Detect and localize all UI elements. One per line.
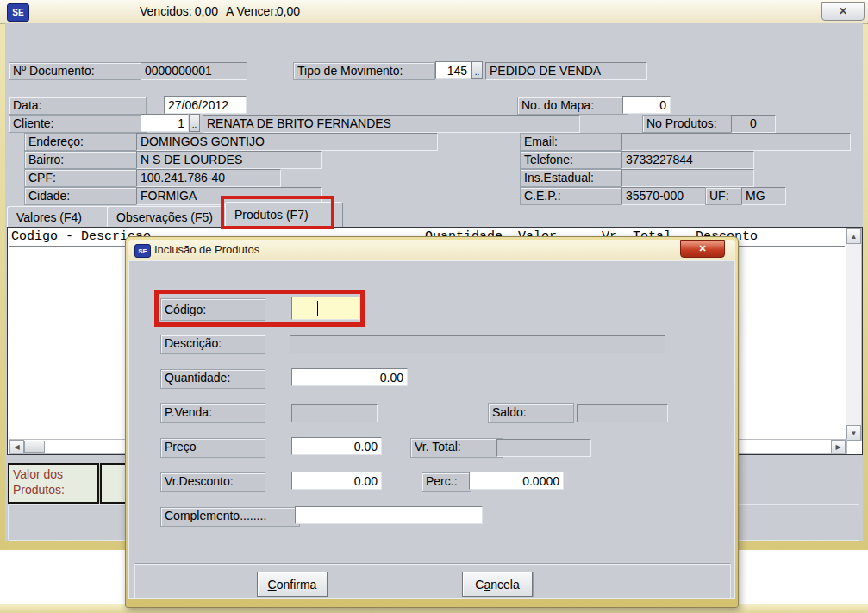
telefone-value: 3733227844 [621, 151, 754, 169]
tab-valores-label: Valores (F4) [16, 210, 82, 224]
scroll-right-button[interactable]: ▶ [831, 440, 846, 453]
cliente-label: Cliente: [9, 115, 147, 133]
main-titlebar: SE Vencidos: 0,00 A Vencer: 0,00 ✕ [0, 0, 868, 24]
horizontal-scroll-thumb[interactable] [24, 441, 45, 453]
perc-input[interactable] [469, 472, 564, 490]
scroll-left-button[interactable]: ◀ [9, 440, 24, 453]
cancel-button[interactable]: Cancela [462, 572, 533, 597]
valor-produtos-label: Valor dos Produtos: [8, 463, 99, 504]
modal-title: Inclusão de Produtos [154, 243, 259, 256]
no-produtos-value: 0 [731, 115, 776, 133]
screen: SE Vencidos: 0,00 A Vencer: 0,00 ✕ Nº Do… [0, 0, 868, 613]
mapa-input[interactable] [622, 96, 671, 114]
a-vencer-value: 0,00 [267, 4, 300, 18]
preco-label: Preço [160, 438, 265, 458]
scroll-down-button[interactable]: ▼ [846, 425, 861, 441]
email-value [621, 133, 851, 151]
p-venda-label: P.Venda: [160, 403, 265, 423]
confirm-rest: onfirma [277, 578, 317, 591]
complemento-label: Complemento........ [160, 507, 300, 527]
saldo-label: Saldo: [488, 403, 574, 423]
cliente-code-input[interactable] [141, 114, 189, 132]
confirm-button-label: Confirma [268, 578, 317, 591]
app-logo-icon: SE [7, 3, 29, 22]
documento-label: Nº Documento: [9, 62, 147, 80]
ins-estadual-value [621, 169, 754, 187]
vencidos-value: 0,00 [185, 4, 218, 18]
scroll-up-button[interactable]: ▲ [846, 228, 861, 244]
descricao-value [290, 335, 665, 353]
bairro-label: Bairro: [24, 151, 143, 169]
saldo-value [577, 404, 668, 422]
mapa-label: No. do Mapa: [517, 97, 628, 115]
modal-button-panel [134, 563, 731, 599]
cpf-label: CPF: [24, 169, 143, 187]
uf-label: UF: [705, 187, 746, 205]
endereco-value: DOMINGOS GONTIJO [136, 133, 438, 151]
annotation-codigo-field [154, 290, 365, 327]
bairro-value: N S DE LOURDES [136, 151, 322, 169]
modal-close-button[interactable]: ✕ [680, 240, 725, 258]
vr-desconto-label: Vr.Desconto: [160, 472, 265, 492]
cancel-pre: C [475, 578, 484, 591]
uf-value: MG [741, 187, 786, 205]
tipo-movimento-label: Tipo de Movimento: [293, 62, 435, 80]
annotation-produtos-tab [221, 196, 334, 229]
vertical-scrollbar[interactable]: ▲ ▼ [846, 228, 862, 441]
p-venda-value [291, 404, 378, 422]
vencidos-label: Vencidos: [140, 4, 192, 18]
data-input[interactable] [164, 96, 247, 114]
cliente-nome: RENATA DE BRITO FERNANDES [203, 115, 580, 133]
quantidade-label: Quantidade: [160, 369, 265, 389]
tab-observacoes[interactable]: Observações (F5) [107, 206, 236, 227]
tipo-movimento-desc: PEDIDO DE VENDA [485, 62, 647, 80]
tipo-movimento-code-input[interactable] [435, 61, 471, 79]
cidade-label: Cidade: [24, 187, 143, 205]
tab-observacoes-label: Observações (F5) [116, 210, 213, 224]
vr-total-label: Vr. Total: [410, 438, 503, 458]
cancel-rest: ncela [490, 578, 519, 591]
cep-value: 35570-000 [621, 187, 708, 205]
quantidade-input[interactable] [291, 368, 408, 386]
telefone-label: Telefone: [520, 151, 628, 169]
cep-label: C.E.P.: [520, 187, 628, 205]
documento-value: 0000000001 [141, 62, 247, 80]
tab-valores[interactable]: Valores (F4) [7, 206, 122, 227]
email-label: Email: [520, 133, 628, 151]
main-close-button[interactable]: ✕ [821, 2, 865, 21]
perc-label: Perc.: [422, 472, 471, 492]
modal-titlebar: SE Inclusão de Produtos ✕ [128, 240, 735, 260]
vr-total-value [496, 439, 591, 457]
ins-estadual-label: Ins.Estadual: [520, 169, 628, 187]
complemento-input[interactable] [295, 506, 483, 524]
modal-logo-icon: SE [134, 244, 151, 258]
data-label: Data: [9, 97, 147, 115]
vr-desconto-input[interactable] [291, 472, 382, 490]
confirm-underline: C [268, 578, 277, 591]
cliente-lookup-button[interactable]: .. [189, 114, 200, 132]
descricao-label: Descrição: [160, 335, 265, 354]
no-produtos-label: No Produtos: [642, 115, 737, 133]
preco-input[interactable] [291, 437, 382, 455]
confirm-button[interactable]: Confirma [257, 572, 328, 597]
cancel-button-label: Cancela [475, 578, 519, 591]
tipo-movimento-lookup-button[interactable]: .. [471, 61, 483, 79]
endereco-label: Endereço: [24, 133, 143, 151]
cpf-value: 100.241.786-40 [136, 169, 281, 187]
